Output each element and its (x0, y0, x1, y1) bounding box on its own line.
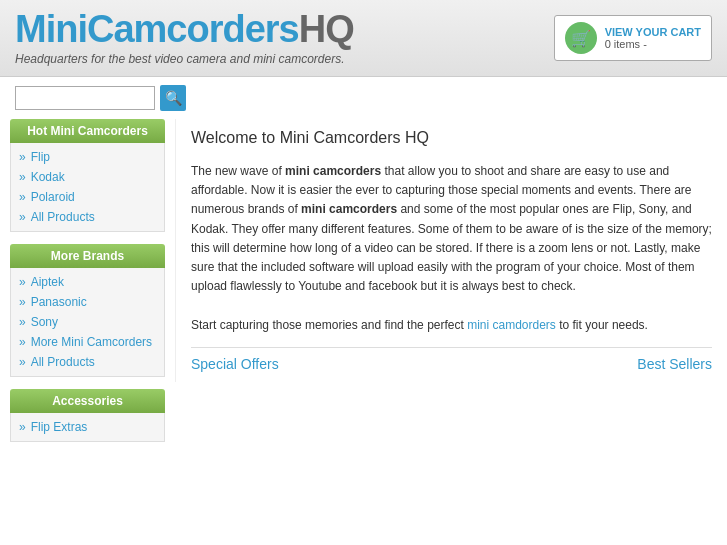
bold-mini-camcorders-2: mini camcorders (301, 202, 397, 216)
sidebar-item-kodak[interactable]: Kodak (11, 167, 164, 187)
mini-camdorders-link[interactable]: mini camdorders (467, 318, 556, 332)
search-bar: 🔍 (0, 77, 727, 119)
cart-text: VIEW YOUR CART 0 items - (605, 26, 701, 50)
sidebar-section-hot: Hot Mini Camcorders Flip Kodak Polaroid … (10, 119, 165, 232)
sidebar-header-brands: More Brands (10, 244, 165, 268)
sidebar-list-hot: Flip Kodak Polaroid All Products (10, 143, 165, 232)
sidebar-item-more-mini[interactable]: More Mini Camcorders (11, 332, 164, 352)
cart-box[interactable]: 🛒 VIEW YOUR CART 0 items - (554, 15, 712, 61)
header: MiniCamcordersHQ Headquarters for the be… (0, 0, 727, 77)
cart-icon: 🛒 (565, 22, 597, 54)
search-input[interactable] (15, 86, 155, 110)
sidebar-item-all-hot[interactable]: All Products (11, 207, 164, 227)
sidebar-header-accessories: Accessories (10, 389, 165, 413)
sidebar-list-accessories: Flip Extras (10, 413, 165, 442)
sidebar-list-brands: Aiptek Panasonic Sony More Mini Camcorde… (10, 268, 165, 377)
best-sellers-link[interactable]: Best Sellers (637, 356, 712, 372)
sidebar: Hot Mini Camcorders Flip Kodak Polaroid … (0, 119, 175, 464)
sidebar-item-all-brands[interactable]: All Products (11, 352, 164, 372)
page-title: Welcome to Mini Camcorders HQ (191, 129, 712, 147)
sidebar-section-accessories: Accessories Flip Extras (10, 389, 165, 442)
site-logo: MiniCamcordersHQ (15, 10, 354, 48)
content-area: Welcome to Mini Camcorders HQ The new wa… (175, 119, 727, 382)
sidebar-section-brands: More Brands Aiptek Panasonic Sony More M… (10, 244, 165, 377)
sidebar-header-hot: Hot Mini Camcorders (10, 119, 165, 143)
sidebar-item-polaroid[interactable]: Polaroid (11, 187, 164, 207)
logo-mini: MiniCamcorders (15, 8, 299, 50)
sidebar-item-panasonic[interactable]: Panasonic (11, 292, 164, 312)
site-tagline: Headquarters for the best video camera a… (15, 52, 354, 66)
bottom-links: Special Offers Best Sellers (191, 347, 712, 372)
sidebar-item-sony[interactable]: Sony (11, 312, 164, 332)
special-offers-link[interactable]: Special Offers (191, 356, 279, 372)
logo-hq: HQ (299, 8, 354, 50)
cart-count: 0 items - (605, 38, 701, 50)
welcome-text: The new wave of mini camcorders that all… (191, 162, 712, 335)
main-layout: Hot Mini Camcorders Flip Kodak Polaroid … (0, 119, 727, 464)
search-button[interactable]: 🔍 (160, 85, 186, 111)
logo-area: MiniCamcordersHQ Headquarters for the be… (15, 10, 354, 66)
search-icon: 🔍 (165, 90, 182, 106)
cart-label: VIEW YOUR CART (605, 26, 701, 38)
sidebar-item-flip[interactable]: Flip (11, 147, 164, 167)
sidebar-item-aiptek[interactable]: Aiptek (11, 272, 164, 292)
sidebar-item-flip-extras[interactable]: Flip Extras (11, 417, 164, 437)
bold-mini-camcorders-1: mini camcorders (285, 164, 381, 178)
